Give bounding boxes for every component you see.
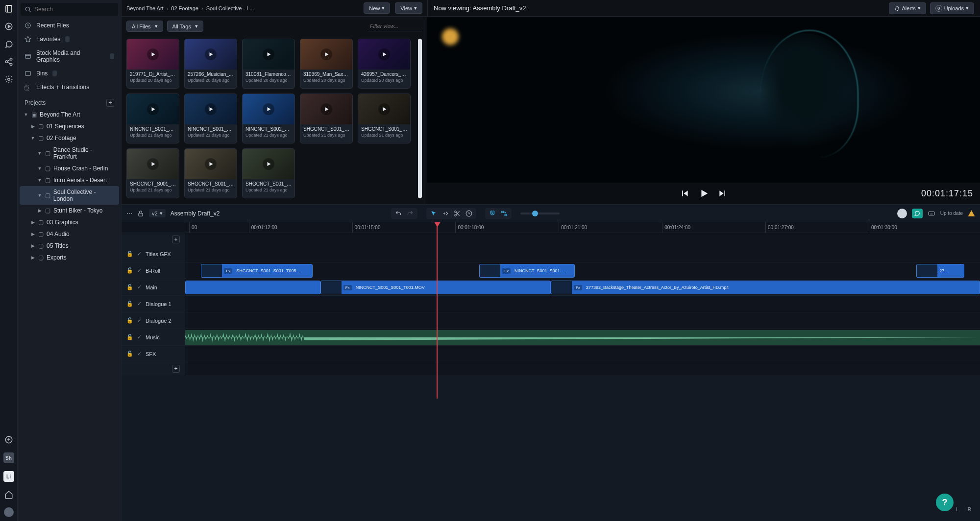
clip-card[interactable]: 219771_Dj_Artist_M... Updated 20 days ag… xyxy=(126,39,179,89)
enabled-icon[interactable]: ✓ xyxy=(137,284,142,290)
enabled-icon[interactable]: ✓ xyxy=(137,334,142,340)
lock-icon[interactable]: 🔓 xyxy=(126,351,133,357)
enabled-icon[interactable]: ✓ xyxy=(137,317,142,324)
step-back-icon[interactable] xyxy=(680,189,689,198)
tree-dance[interactable]: ▼▢Dance Studio - Frankfurt xyxy=(20,144,119,163)
tree-stunt[interactable]: ▶▢Stunt Biker - Tokyo xyxy=(20,205,119,216)
share-icon[interactable] xyxy=(4,57,14,67)
timeline-clip[interactable]: 27... xyxy=(916,264,964,278)
play-circle-icon[interactable] xyxy=(4,22,14,31)
cut-icon[interactable] xyxy=(454,210,461,217)
new-button[interactable]: New▾ xyxy=(364,2,390,14)
magnet-icon[interactable] xyxy=(489,210,496,217)
enabled-icon[interactable]: ✓ xyxy=(137,301,142,307)
settings-icon[interactable] xyxy=(4,74,14,84)
collaborator-avatar[interactable] xyxy=(897,209,907,218)
filter-files[interactable]: All Files▾ xyxy=(126,21,163,32)
tree-audio[interactable]: ▶▢04 Audio xyxy=(20,228,119,240)
timeline-ruler[interactable]: 0000:01:12:0000:01:15:0000:01:18:0000:01… xyxy=(122,222,980,233)
clip-card[interactable]: SHGCNCT_S001_S... Updated 21 days ago xyxy=(358,94,411,143)
redo-icon[interactable] xyxy=(407,210,414,217)
audio-waveform[interactable] xyxy=(185,330,980,345)
chevron-right-icon: › xyxy=(201,5,203,11)
clip-card[interactable]: NINCNCT_S001_S0... Updated 21 days ago xyxy=(126,94,179,143)
search-box[interactable] xyxy=(21,3,118,16)
ripple-icon[interactable] xyxy=(466,210,472,217)
plus-circle-icon[interactable] xyxy=(4,435,14,445)
nav-favorites[interactable]: Favorites xyxy=(18,32,121,46)
step-forward-icon[interactable] xyxy=(718,189,728,198)
clip-card[interactable]: 426957_Dancers_S... Updated 20 days ago xyxy=(358,39,411,89)
timeline-clip[interactable] xyxy=(185,281,320,294)
uploads-button[interactable]: 0Uploads▾ xyxy=(930,2,974,14)
user-avatar[interactable] xyxy=(4,507,14,517)
insert-icon[interactable] xyxy=(442,210,449,217)
zoom-slider[interactable] xyxy=(520,213,560,214)
alerts-button[interactable]: Alerts▾ xyxy=(889,2,926,14)
clip-card[interactable]: 310081_Flamenco_... Updated 20 days ago xyxy=(242,39,295,89)
comments-chip[interactable] xyxy=(912,209,923,218)
filter-tags[interactable]: All Tags▾ xyxy=(167,21,203,32)
clip-card[interactable]: SHGCNCT_S001_S... Updated 21 days ago xyxy=(126,148,179,198)
tree-footage[interactable]: ▼▢02 Footage xyxy=(20,132,119,144)
timeline-clip[interactable]: FxNINCNCT_S001_S001_... xyxy=(479,264,575,278)
lock-icon[interactable]: 🔓 xyxy=(126,267,133,274)
crumb-0[interactable]: Beyond The Art xyxy=(126,5,164,11)
pointer-icon[interactable] xyxy=(430,210,437,217)
more-icon[interactable]: ⋯ xyxy=(126,210,132,217)
enabled-icon[interactable]: ✓ xyxy=(137,351,142,357)
nav-recent[interactable]: Recent Files xyxy=(18,19,121,32)
enabled-icon[interactable]: ✓ xyxy=(137,251,142,257)
lock-icon[interactable]: 🔓 xyxy=(126,284,133,290)
home-icon[interactable] xyxy=(4,490,14,499)
lock-icon[interactable]: 🔓 xyxy=(126,251,133,257)
user-badge-li[interactable]: Li xyxy=(3,471,14,482)
crumb-2[interactable]: Soul Collective - L... xyxy=(206,5,254,11)
scrollbar[interactable] xyxy=(418,39,422,198)
nav-stock[interactable]: Stock Media and Graphics xyxy=(18,46,121,67)
add-project-button[interactable]: + xyxy=(106,99,114,107)
view-button[interactable]: View▾ xyxy=(395,2,422,14)
undo-icon[interactable] xyxy=(395,210,402,217)
clip-card[interactable]: SHGCNCT_S001_S... Updated 21 days ago xyxy=(300,94,353,143)
clip-card[interactable]: NINCNCT_S002_S0... Updated 21 days ago xyxy=(242,94,295,143)
tree-exports[interactable]: ▶▢Exports xyxy=(20,252,119,263)
lock-icon[interactable]: 🔓 xyxy=(126,301,133,307)
clip-card[interactable]: 310369_Man_Saxo... Updated 20 days ago xyxy=(300,39,353,89)
nav-effects[interactable]: Effects + Transitions xyxy=(18,80,121,94)
tree-titles[interactable]: ▶▢05 Titles xyxy=(20,240,119,252)
clip-card[interactable]: SHGCNCT_S001_S... Updated 21 days ago xyxy=(184,148,237,198)
enabled-icon[interactable]: ✓ xyxy=(137,267,142,274)
comment-icon[interactable] xyxy=(4,39,14,49)
tree-root[interactable]: ▼▣Beyond The Art xyxy=(20,109,119,120)
play-icon[interactable] xyxy=(698,188,709,199)
lock-icon[interactable] xyxy=(137,210,144,217)
timeline-clip[interactable]: FxNINCNCT_S001_S001_T001.MOV xyxy=(320,281,551,294)
link-icon[interactable] xyxy=(501,210,508,217)
filter-view-input[interactable] xyxy=(368,21,422,31)
timeline-clip[interactable]: Fx277392_Backstage_Theater_Actress_Actor… xyxy=(551,281,980,294)
tree-sequences[interactable]: ▶▢01 Sequences xyxy=(20,120,119,132)
search-input[interactable] xyxy=(34,6,114,13)
lock-icon[interactable]: 🔓 xyxy=(126,334,133,340)
timeline-clip[interactable]: FxSHGCNCT_S001_S001_T005... xyxy=(201,264,312,278)
sequence-version[interactable]: v2▾ xyxy=(149,209,166,217)
crumb-1[interactable]: 02 Footage xyxy=(171,5,198,11)
add-video-track[interactable]: + xyxy=(172,236,180,243)
warning-icon[interactable] xyxy=(968,210,975,217)
clip-card[interactable]: NINCNCT_S001_S0... Updated 21 days ago xyxy=(184,94,237,143)
tree-house[interactable]: ▼▢House Crash - Berlin xyxy=(20,163,119,174)
keyboard-icon[interactable] xyxy=(928,210,935,217)
add-audio-track[interactable]: + xyxy=(172,365,180,373)
workspace-icon[interactable] xyxy=(4,4,14,14)
user-badge-sh[interactable]: Sh xyxy=(3,452,14,463)
lock-icon[interactable]: 🔓 xyxy=(126,317,133,324)
clip-card[interactable]: SHGCNCT_S001_S... Updated 21 days ago xyxy=(242,148,295,198)
tree-intro[interactable]: ▼▢Intro Aerials - Desert xyxy=(20,174,119,186)
preview-viewport[interactable] xyxy=(427,17,980,183)
clip-card[interactable]: 257266_Musician_... Updated 20 days ago xyxy=(184,39,237,89)
nav-bins[interactable]: Bins xyxy=(18,67,121,80)
help-fab[interactable]: ? xyxy=(936,494,954,511)
tree-soul[interactable]: ▼▢Soul Collective - London xyxy=(20,186,119,205)
tree-graphics[interactable]: ▶▢03 Graphics xyxy=(20,216,119,228)
